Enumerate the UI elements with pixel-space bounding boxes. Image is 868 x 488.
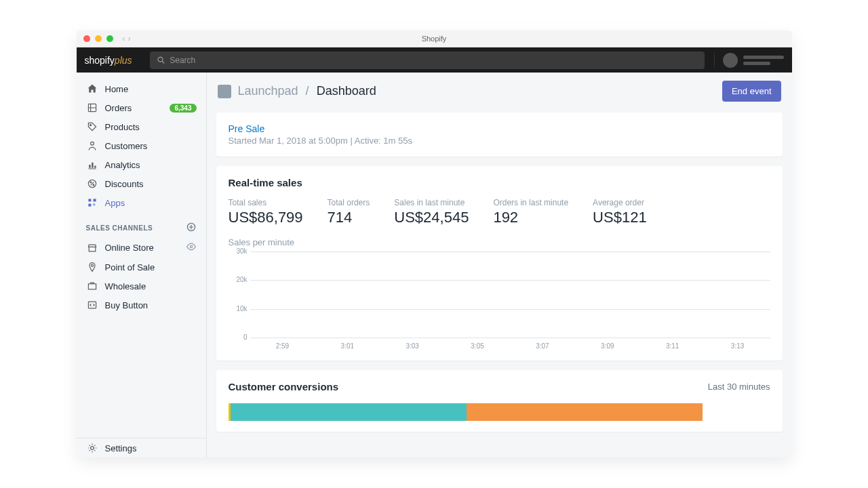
main-content: Launchpad / Dashboard End event Pre Sale…: [207, 73, 792, 458]
conversion-funnel: [229, 403, 770, 421]
conversions-card: Customer conversions Last 30 minutes: [216, 370, 783, 432]
page-header: Launchpad / Dashboard End event: [207, 73, 792, 110]
sidebar-item-apps[interactable]: Apps: [77, 193, 206, 212]
svg-point-2: [90, 142, 94, 145]
pin-icon: [86, 261, 98, 273]
window-title: Shopify: [422, 35, 447, 43]
app-window: ‹ › Shopify shopifyplus Home: [77, 30, 792, 458]
nav-arrows: ‹ ›: [123, 34, 131, 43]
profile-menu[interactable]: [714, 53, 784, 68]
close-window-button[interactable]: [83, 35, 90, 42]
maximize-window-button[interactable]: [106, 35, 113, 42]
channel-online-store[interactable]: Online Store: [77, 238, 206, 258]
sidebar: Home Orders 6,343 Products Customers Ana…: [77, 73, 207, 458]
orders-icon: [86, 102, 98, 114]
apps-icon: [86, 197, 98, 209]
sidebar-item-customers[interactable]: Customers: [77, 136, 206, 155]
svg-point-1: [90, 125, 91, 126]
svg-point-14: [90, 447, 94, 450]
search-input[interactable]: [170, 56, 697, 65]
gear-icon: [86, 442, 98, 454]
chart-icon: [86, 159, 98, 171]
metric: Average orderUS$121: [593, 198, 647, 226]
event-name-link[interactable]: Pre Sale: [229, 123, 770, 134]
store-icon: [86, 242, 98, 254]
avatar: [723, 53, 738, 68]
add-channel-button[interactable]: [186, 222, 197, 234]
channel-pos[interactable]: Point of Sale: [77, 258, 206, 277]
svg-rect-6: [88, 199, 91, 201]
sales-chart: 30k20k10k0 2:593:013:033:053:073:093:113…: [229, 251, 770, 350]
channel-buy-button[interactable]: Buy Button: [77, 296, 206, 314]
sidebar-item-settings[interactable]: Settings: [77, 438, 206, 458]
funnel-segment: [467, 403, 703, 421]
breadcrumb: Launchpad / Dashboard: [238, 84, 376, 98]
titlebar: ‹ › Shopify: [77, 30, 792, 47]
sidebar-item-discounts[interactable]: Discounts: [77, 174, 206, 193]
topbar: shopifyplus: [77, 47, 792, 73]
launchpad-icon: [218, 85, 231, 98]
conversions-title: Customer conversions: [229, 381, 339, 392]
sidebar-item-orders[interactable]: Orders 6,343: [77, 98, 206, 117]
sidebar-item-home[interactable]: Home: [77, 79, 206, 98]
sidebar-item-products[interactable]: Products: [77, 117, 206, 136]
conversions-period: Last 30 minutes: [708, 382, 770, 392]
user-icon: [86, 140, 98, 152]
minimize-window-button[interactable]: [95, 35, 102, 42]
event-card: Pre Sale Started Mar 1, 2018 at 5:00pm |…: [216, 113, 783, 157]
svg-rect-8: [88, 204, 91, 207]
discount-icon: [86, 178, 98, 190]
svg-point-5: [93, 184, 94, 186]
svg-rect-7: [93, 199, 96, 201]
code-icon: [86, 299, 98, 311]
metric: Total salesUS$86,799: [229, 198, 303, 226]
metrics-title: Real-time sales: [229, 177, 770, 188]
breadcrumb-root[interactable]: Launchpad: [238, 84, 298, 98]
brand-logo: shopifyplus: [85, 55, 132, 66]
svg-point-10: [190, 245, 192, 247]
window-controls: [83, 35, 113, 42]
home-icon: [86, 83, 98, 95]
channels-header: SALES CHANNELS: [77, 212, 206, 238]
svg-point-11: [91, 264, 93, 266]
view-store-icon[interactable]: [186, 241, 197, 254]
back-button[interactable]: ‹: [123, 34, 125, 43]
event-subtitle: Started Mar 1, 2018 at 5:00pm | Active: …: [229, 136, 770, 146]
metrics-card: Real-time sales Total salesUS$86,799Tota…: [216, 166, 783, 361]
breadcrumb-leaf: Dashboard: [317, 84, 376, 98]
wholesale-icon: [86, 280, 98, 292]
svg-point-4: [90, 182, 92, 183]
metric: Total orders714: [328, 198, 370, 226]
funnel-segment: [231, 403, 467, 421]
chart-title: Sales per minute: [229, 237, 770, 247]
search-box[interactable]: [150, 52, 705, 69]
end-event-button[interactable]: End event: [722, 81, 781, 102]
channel-wholesale[interactable]: Wholesale: [77, 277, 206, 296]
tag-icon: [86, 121, 98, 133]
metric: Orders in last minute192: [493, 198, 568, 226]
svg-rect-12: [88, 284, 96, 289]
forward-button[interactable]: ›: [128, 34, 131, 43]
sidebar-item-analytics[interactable]: Analytics: [77, 155, 206, 174]
orders-badge: 6,343: [170, 104, 196, 113]
search-icon: [157, 56, 166, 65]
metric: Sales in last minuteUS$24,545: [394, 198, 469, 226]
